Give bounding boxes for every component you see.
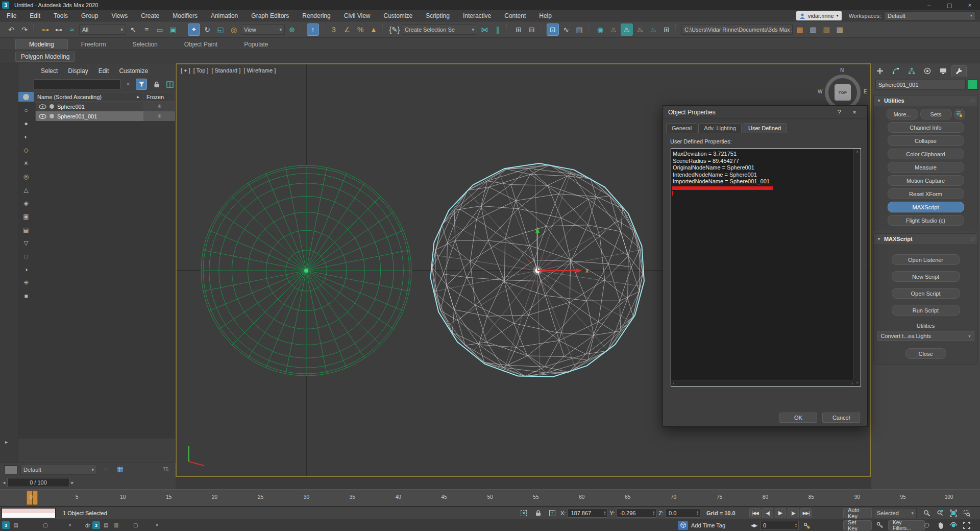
set-key-button[interactable]: Set Key (843, 520, 872, 530)
minimize-button[interactable]: – (919, 0, 939, 10)
menu-graph-editors[interactable]: Graph Editors (244, 10, 296, 21)
select-and-place-icon[interactable]: ↑ (307, 23, 319, 36)
track-bar[interactable] (176, 477, 871, 489)
display-lights-icon[interactable]: ☀ (20, 159, 32, 167)
selection-column-header[interactable] (18, 92, 34, 102)
display-hidden-icon[interactable]: ■ (20, 292, 32, 300)
menu-modifiers[interactable]: Modifiers (166, 10, 204, 21)
open-script-button[interactable]: Open Script (892, 288, 960, 299)
time-back-arrow-icon[interactable]: ◂ (1, 477, 7, 488)
previous-frame-button[interactable]: ◀| (762, 508, 773, 518)
display-none-icon[interactable]: ● (20, 119, 32, 128)
utilities-config-icon[interactable] (954, 109, 965, 119)
use-pivot-point-center-icon[interactable]: ⊕ (286, 23, 298, 36)
dialog-tab-user-defined[interactable]: User Defined (743, 123, 787, 133)
time-forward-arrow-icon[interactable]: ▸ (69, 477, 76, 488)
display-groups-icon[interactable]: ▣ (20, 212, 32, 221)
viewport-shading-menu[interactable]: [ Wireframe ] (243, 67, 276, 74)
expand-panel-arrow-icon[interactable]: ▸ (5, 439, 8, 445)
close-utility-button[interactable]: Close (905, 348, 946, 359)
display-spacewarps-icon[interactable]: ◈ (20, 199, 32, 207)
zoom-extents-icon[interactable] (947, 508, 960, 518)
selection-lock-icon[interactable] (532, 508, 544, 518)
select-and-link-icon[interactable]: ⊶ (39, 23, 52, 36)
viewport-view-menu[interactable]: [ Top ] (193, 67, 209, 74)
select-object-icon[interactable]: ↖ (127, 23, 139, 36)
minimized-window-1[interactable]: 3 ▤ ▢ × (2, 521, 74, 529)
visibility-eye-icon[interactable] (39, 104, 46, 109)
pan-hand-icon[interactable] (934, 520, 946, 530)
go-to-end-button[interactable]: ▶▶| (800, 508, 812, 518)
selection-filter-dropdown[interactable]: All▾ (79, 25, 126, 35)
maxscript-button[interactable]: MAXScript (888, 202, 964, 212)
auto-key-button[interactable]: Auto Key (843, 508, 872, 518)
schematic-view-icon[interactable]: ▤ (573, 23, 585, 36)
menu-customize[interactable]: Customize (377, 10, 420, 21)
reset-xform-button[interactable]: Reset XForm (888, 188, 964, 199)
flight-studio-c--button[interactable]: Flight Studio (c) (888, 215, 964, 226)
reference-coordinate-dropdown[interactable]: View▾ (241, 25, 285, 35)
add-time-tag[interactable]: Add Time Tag (691, 522, 725, 528)
render-production-icon[interactable]: ♨ (634, 23, 646, 36)
choose-columns-icon[interactable] (164, 79, 176, 90)
bind-to-space-warp-icon[interactable]: ≈ (66, 23, 78, 36)
ribbon-tab-selection[interactable]: Selection (119, 39, 170, 50)
horizontal-scrollbar[interactable]: ‹ › (671, 380, 854, 386)
lock-explorer-icon[interactable] (151, 79, 162, 90)
toggle-ribbon-icon[interactable]: ⊡ (547, 23, 559, 36)
unlink-selection-icon[interactable]: ⊷ (53, 23, 65, 36)
x-coordinate-field[interactable]: ▴▾ (568, 509, 607, 518)
zoom-all-icon[interactable] (934, 508, 946, 518)
menu-views[interactable]: Views (105, 10, 134, 21)
display-cameras-icon[interactable]: ◎ (20, 172, 32, 181)
toggle-scene-explorer-icon[interactable]: ⊞ (512, 23, 525, 36)
new-script-button[interactable]: New Script (892, 271, 960, 282)
menu-file[interactable]: File (0, 10, 23, 21)
ok-button[interactable]: OK (779, 413, 817, 423)
cancel-button[interactable]: Cancel (822, 413, 860, 423)
render-iterative-icon[interactable]: ♨ (647, 23, 659, 36)
ribbon-tab-freeform[interactable]: Freeform (68, 39, 119, 50)
render-setup-icon[interactable]: ♨ (607, 23, 620, 36)
name-column-header[interactable]: Name (Sorted Ascending) ▲ (34, 92, 143, 102)
save-scene-icon[interactable]: ▥ (807, 23, 819, 36)
filter-icon[interactable] (136, 79, 147, 90)
menu-edit[interactable]: Edit (23, 10, 47, 21)
select-and-move-icon[interactable]: ⌖ (188, 23, 200, 36)
edit-named-selection-sets-icon[interactable]: {✎} (388, 23, 401, 36)
frame-step-arrows-icon[interactable]: ◀▶ (749, 520, 758, 530)
display-all-icon[interactable]: ○ (20, 106, 32, 114)
tab-hierarchy[interactable] (904, 65, 919, 77)
timeline-ruler[interactable]: 0510152025303540455055606570758085909510… (0, 489, 980, 506)
y-coordinate-field[interactable]: ▴▾ (617, 509, 656, 518)
object-color-swatch[interactable] (968, 80, 978, 90)
rendered-frame-window-icon[interactable]: ♨ (621, 23, 633, 36)
menu-interactive[interactable]: Interactive (456, 10, 498, 21)
restore-window-icon[interactable]: ▢ (41, 521, 50, 529)
menu-tools[interactable]: Tools (47, 10, 75, 21)
project-path-dropdown[interactable]: C:\Users\Vidar Rinne\Documents\3ds Max 2… (681, 25, 793, 35)
visibility-eye-icon[interactable] (39, 114, 46, 119)
utilities-rollout-header[interactable]: ▼ Utilities ∷ (874, 95, 977, 106)
menu-scripting[interactable]: Scripting (419, 10, 456, 21)
display-frozen-icon[interactable]: ✳ (20, 278, 32, 287)
maximize-viewport-toggle-icon[interactable] (961, 520, 973, 530)
scroll-left-icon[interactable]: ‹ (673, 381, 674, 386)
zoom-region-icon[interactable] (961, 508, 973, 518)
explorer-menu-edit[interactable]: Edit (94, 66, 113, 76)
color-clipboard-button[interactable]: Color Clipboard (888, 149, 964, 159)
curve-editor-icon[interactable]: ∿ (560, 23, 572, 36)
tab-display[interactable] (936, 65, 951, 77)
user-defined-properties-textarea[interactable]: MaxDeviation = 3.721751SceneRadius = 89.… (671, 148, 861, 387)
scroll-up-icon[interactable]: ˄ (856, 150, 859, 154)
motion-capture-button[interactable]: Motion Capture (888, 175, 964, 186)
dialog-tab-adv-lighting[interactable]: Adv. Lighting (698, 123, 742, 133)
go-to-start-button[interactable]: |◀◀ (749, 508, 761, 518)
scroll-right-icon[interactable]: › (851, 381, 853, 386)
state-sets-icon[interactable]: ⊞ (660, 23, 673, 36)
clear-search-icon[interactable]: × (122, 79, 134, 90)
menu-civil-view[interactable]: Civil View (337, 10, 377, 21)
menu-content[interactable]: Content (498, 10, 532, 21)
viewport-standard-menu[interactable]: [ Standard ] (211, 67, 240, 74)
field-of-view-icon[interactable] (921, 520, 933, 530)
